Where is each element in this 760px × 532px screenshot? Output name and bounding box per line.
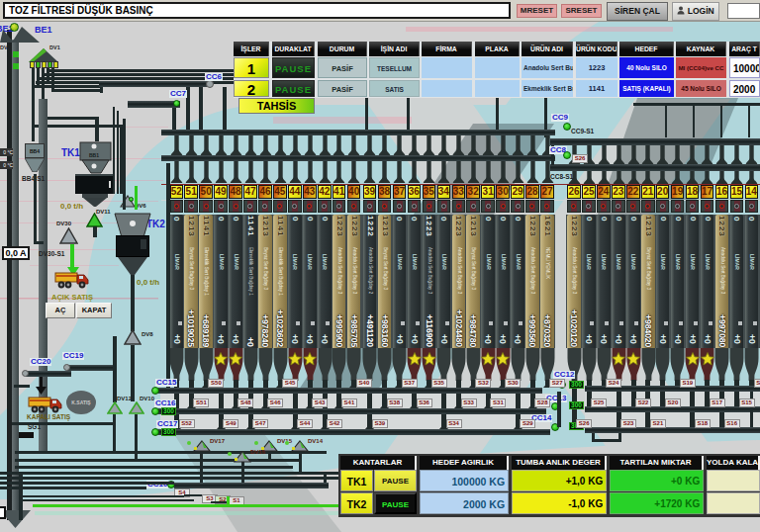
svg-text:BB1: BB1 bbox=[89, 152, 99, 158]
